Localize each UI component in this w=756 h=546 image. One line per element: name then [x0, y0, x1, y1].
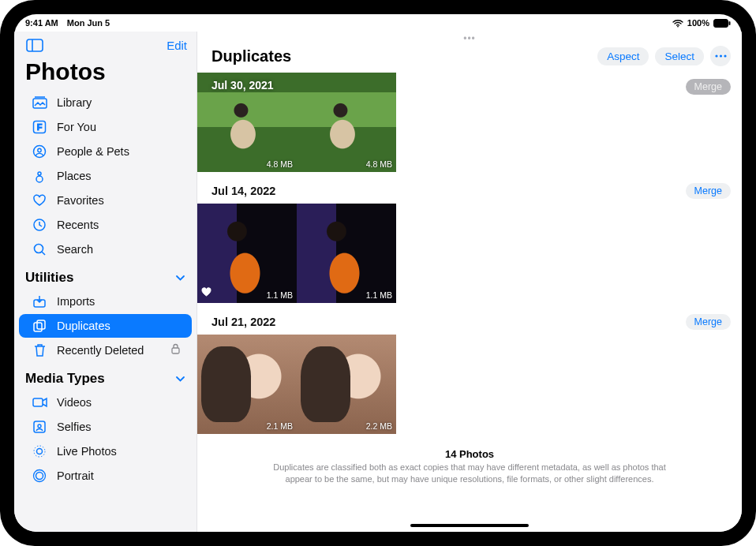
heart-icon — [32, 193, 47, 208]
section-mediatypes[interactable]: Media Types — [14, 363, 196, 390]
sidebar-item-label: Search — [57, 243, 93, 256]
foryou-icon: F — [32, 119, 47, 135]
more-button[interactable] — [710, 46, 731, 66]
livephoto-icon — [32, 443, 47, 459]
group-date: Jul 30, 2021 — [211, 79, 274, 92]
app-title: Photos — [14, 55, 196, 90]
sidebar-item-foryou[interactable]: F For You — [19, 115, 192, 139]
section-label: Media Types — [25, 371, 105, 387]
sidebar-item-label: Recently Deleted — [57, 344, 144, 357]
svg-point-27 — [715, 54, 717, 57]
photo-thumb[interactable]: 1.1 MB — [297, 204, 396, 303]
chevron-down-icon — [175, 270, 185, 286]
svg-point-25 — [36, 473, 43, 480]
merge-button[interactable]: Merge — [686, 314, 731, 330]
duplicate-group: Jul 30, 2021 Merge 4.8 MB 4.8 MB — [197, 73, 742, 172]
sidebar-item-label: Places — [57, 170, 92, 182]
sidebar-item-search[interactable]: Search — [19, 237, 192, 261]
edit-button[interactable]: Edit — [167, 39, 187, 52]
photo-thumb[interactable]: 4.8 MB — [297, 73, 396, 172]
svg-point-10 — [36, 176, 43, 182]
sidebar-item-imports[interactable]: Imports — [19, 290, 192, 313]
chevron-down-icon — [175, 371, 185, 387]
sidebar-item-recents[interactable]: Recents — [19, 213, 192, 237]
ipad-frame: 9:41 AM Mon Jun 5 100% Edit — [0, 0, 756, 546]
sidebar-item-label: Duplicates — [57, 320, 110, 332]
svg-rect-5 — [33, 99, 47, 108]
clock-icon — [32, 217, 47, 233]
footer-description: Duplicates are classified both as exact … — [260, 462, 679, 485]
size-badge: 2.2 MB — [366, 421, 392, 431]
page-title: Duplicates — [211, 47, 291, 65]
photo-thumb[interactable]: 2.1 MB — [197, 335, 297, 434]
size-badge: 4.8 MB — [366, 159, 392, 169]
svg-rect-20 — [33, 398, 43, 406]
svg-rect-19 — [172, 348, 179, 353]
sidebar-item-recently-deleted[interactable]: Recently Deleted — [19, 338, 192, 362]
photo-thumb[interactable]: 1.1 MB — [197, 204, 297, 303]
svg-point-9 — [38, 148, 41, 151]
svg-point-8 — [34, 146, 46, 158]
sidebar-item-label: Recents — [57, 219, 99, 231]
merge-button[interactable]: Merge — [686, 79, 731, 95]
sidebar-item-places[interactable]: Places — [19, 164, 192, 188]
sidebar-item-library[interactable]: Library — [19, 91, 192, 114]
people-icon — [32, 144, 47, 159]
status-time: 9:41 AM — [25, 18, 58, 28]
section-utilities[interactable]: Utilities — [14, 262, 196, 289]
merge-button[interactable]: Merge — [686, 183, 731, 199]
sidebar-item-videos[interactable]: Videos — [19, 391, 192, 414]
svg-point-22 — [38, 424, 41, 428]
size-badge: 2.1 MB — [267, 421, 293, 431]
svg-rect-1 — [714, 19, 728, 27]
sidebar-item-label: People & Pets — [57, 145, 129, 158]
sidebar-item-selfies[interactable]: Selfies — [19, 415, 192, 439]
svg-point-0 — [677, 25, 679, 27]
svg-point-23 — [37, 449, 43, 454]
svg-text:F: F — [37, 122, 43, 132]
sidebar: Edit Photos Library F For You People & P… — [14, 32, 197, 532]
sidebar-item-label: Favorites — [57, 194, 104, 207]
wifi-icon — [672, 19, 683, 28]
select-button[interactable]: Select — [655, 47, 704, 65]
aspect-button[interactable]: Aspect — [597, 47, 649, 65]
sidebar-item-label: Videos — [57, 396, 92, 409]
duplicate-group: Jul 21, 2022 Merge 2.1 MB 2.2 MB — [197, 309, 742, 434]
section-label: Utilities — [25, 270, 73, 286]
sidebar-item-label: Selfies — [57, 421, 92, 433]
sidebar-item-portrait[interactable]: Portrait — [19, 464, 192, 488]
group-date: Jul 14, 2022 — [211, 185, 275, 197]
svg-rect-21 — [34, 421, 45, 432]
svg-rect-2 — [729, 21, 731, 25]
sidebar-item-livephotos[interactable]: Live Photos — [19, 439, 192, 463]
home-indicator[interactable] — [410, 524, 529, 527]
status-bar: 9:41 AM Mon Jun 5 100% — [14, 14, 742, 32]
photo-count: 14 Photos — [260, 448, 679, 460]
main-content: ••• Duplicates Aspect Select Jul 30, 202… — [197, 32, 742, 532]
video-icon — [32, 395, 47, 410]
favorite-icon — [201, 286, 211, 300]
svg-point-28 — [719, 54, 721, 57]
sidebar-item-label: Live Photos — [57, 445, 117, 458]
trash-icon — [32, 342, 47, 358]
size-badge: 1.1 MB — [366, 290, 392, 300]
multitask-grabber[interactable]: ••• — [463, 33, 476, 44]
search-icon — [32, 241, 47, 257]
sidebar-item-duplicates[interactable]: Duplicates — [19, 314, 192, 338]
sidebar-item-label: For You — [57, 121, 96, 133]
battery-percent: 100% — [687, 18, 709, 28]
photo-thumb[interactable]: 2.2 MB — [297, 335, 396, 434]
sidebar-item-favorites[interactable]: Favorites — [19, 189, 192, 212]
svg-point-11 — [38, 172, 41, 175]
sidebar-item-people[interactable]: People & Pets — [19, 140, 192, 163]
svg-point-14 — [35, 245, 43, 253]
svg-point-29 — [724, 54, 726, 57]
svg-rect-18 — [37, 320, 45, 329]
screen: 9:41 AM Mon Jun 5 100% Edit — [14, 14, 742, 532]
sidebar-toggle-icon[interactable] — [24, 36, 46, 54]
portrait-icon — [32, 468, 47, 484]
svg-rect-17 — [34, 323, 42, 331]
places-icon — [32, 168, 47, 184]
sidebar-item-label: Library — [57, 96, 92, 109]
svg-point-24 — [34, 446, 45, 457]
